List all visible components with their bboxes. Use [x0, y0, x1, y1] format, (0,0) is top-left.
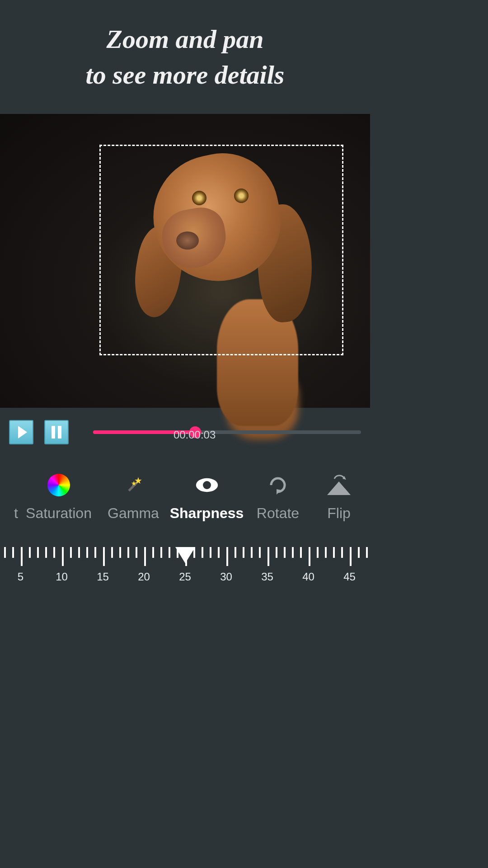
tool-rotate[interactable]: Rotate — [246, 473, 310, 522]
tool-label: Gamma — [108, 505, 159, 522]
ruler-tick-minor — [251, 547, 253, 558]
ruler-tick-label: 30 — [220, 571, 232, 583]
ruler-tick-minor — [333, 547, 335, 558]
ruler-tick-major — [226, 547, 228, 566]
ruler-tick-minor — [300, 547, 302, 558]
ruler-tick-major — [62, 547, 64, 566]
tool-item-partial[interactable]: t — [0, 473, 18, 522]
ruler-tick-minor — [341, 547, 343, 558]
ruler-tick-label: 10 — [56, 571, 68, 583]
ruler-tick-minor — [243, 547, 244, 558]
tool-label: Saturation — [26, 505, 92, 522]
ruler-tick-minor — [4, 547, 6, 558]
effects-toolbar[interactable]: t Saturation ★ ★ Gamma Sharpness — [0, 457, 370, 538]
video-preview[interactable] — [0, 114, 370, 408]
ruler-tick-major — [103, 547, 105, 566]
ruler-tick-major — [350, 547, 352, 566]
ruler-tick-minor — [169, 547, 170, 558]
ruler-tick-label: 15 — [97, 571, 109, 583]
timeline[interactable]: 00:00:03 — [93, 419, 361, 446]
ruler-tick-minor — [325, 547, 327, 558]
ruler-tick-minor — [111, 547, 113, 558]
svg-point-1 — [203, 481, 211, 489]
ruler-tick-label: 25 — [179, 571, 191, 583]
eye-icon — [195, 473, 219, 497]
ruler-tick-minor — [152, 547, 154, 558]
ruler-tick-minor — [53, 547, 55, 558]
ruler-tick-label: 5 — [18, 571, 23, 583]
ruler-tick-minor — [37, 547, 39, 558]
ruler-tick-label: 20 — [138, 571, 150, 583]
ruler-tick-minor — [119, 547, 121, 558]
ruler-tick-minor — [358, 547, 360, 558]
ruler-tick-minor — [210, 547, 211, 558]
timeline-track[interactable] — [93, 430, 361, 434]
ruler-tick-minor — [235, 547, 236, 558]
playback-controls: 00:00:03 — [0, 408, 370, 457]
ruler-tick-minor — [45, 547, 47, 558]
play-button[interactable] — [9, 420, 33, 444]
timecode-label: 00:00:03 — [174, 429, 216, 441]
ruler-tick-label: 40 — [302, 571, 314, 583]
ruler-tick-minor — [127, 547, 129, 558]
ruler-tick-minor — [12, 547, 14, 558]
ruler-tick-major — [309, 547, 310, 566]
tool-sharpness[interactable]: Sharpness — [167, 473, 246, 522]
tool-label-partial: t — [5, 505, 18, 522]
ruler-tick-major — [21, 547, 23, 566]
crop-selection-box[interactable] — [99, 145, 343, 355]
tool-label: Flip — [327, 505, 351, 522]
tool-saturation[interactable]: Saturation — [18, 473, 99, 522]
header-line-1: Zoom and pan — [106, 24, 263, 54]
pause-icon — [52, 426, 61, 439]
ruler-tick-major — [267, 547, 269, 566]
ruler-tick-minor — [366, 547, 368, 558]
ruler-pointer-icon[interactable] — [175, 547, 195, 563]
value-ruler[interactable]: 51015202530354045 — [0, 547, 370, 597]
pause-button[interactable] — [44, 420, 69, 444]
ruler-tick-minor — [317, 547, 319, 558]
ruler-tick-label: 35 — [261, 571, 273, 583]
magic-wand-icon: ★ ★ — [122, 473, 145, 497]
tool-flip[interactable]: Flip — [310, 473, 368, 522]
ruler-tick-minor — [259, 547, 261, 558]
rotate-icon — [266, 473, 290, 497]
ruler-tick-minor — [218, 547, 220, 558]
saturation-icon — [47, 473, 70, 497]
ruler-tick-minor — [94, 547, 96, 558]
ruler-tick-minor — [160, 547, 162, 558]
tool-gamma[interactable]: ★ ★ Gamma — [99, 473, 167, 522]
ruler-tick-minor — [86, 547, 88, 558]
promo-header: Zoom and pan to see more details — [0, 0, 370, 114]
ruler-tick-minor — [284, 547, 286, 558]
ruler-tick-minor — [276, 547, 277, 558]
play-icon — [18, 426, 27, 439]
tool-label: Sharpness — [170, 505, 244, 522]
ruler-tick-label: 45 — [343, 571, 356, 583]
ruler-tick-minor — [202, 547, 203, 558]
ruler-tick-minor — [29, 547, 31, 558]
tool-label: Rotate — [257, 505, 299, 522]
ruler-tick-major — [144, 547, 146, 566]
ruler-tick-minor — [136, 547, 137, 558]
flip-icon — [327, 473, 351, 497]
ruler-tick-minor — [70, 547, 72, 558]
ruler-tick-minor — [78, 547, 80, 558]
ruler-tick-minor — [292, 547, 294, 558]
header-line-2: to see more details — [86, 60, 285, 90]
